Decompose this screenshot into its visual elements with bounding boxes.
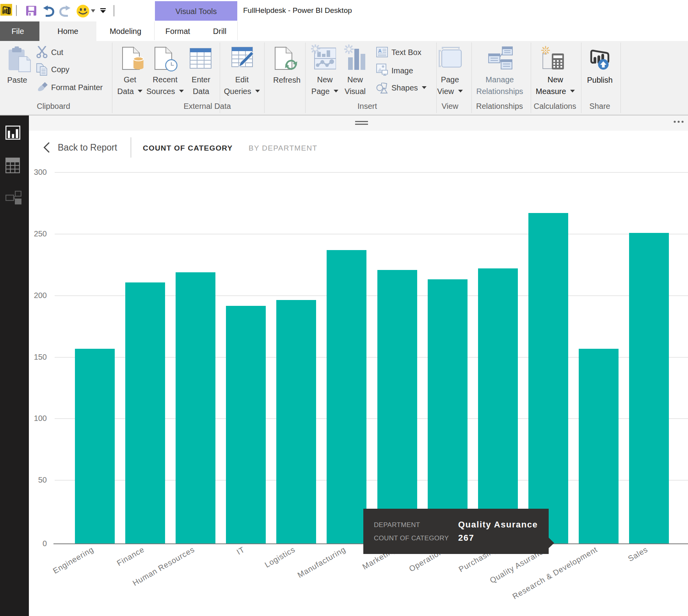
svg-text:A: A	[379, 48, 382, 54]
